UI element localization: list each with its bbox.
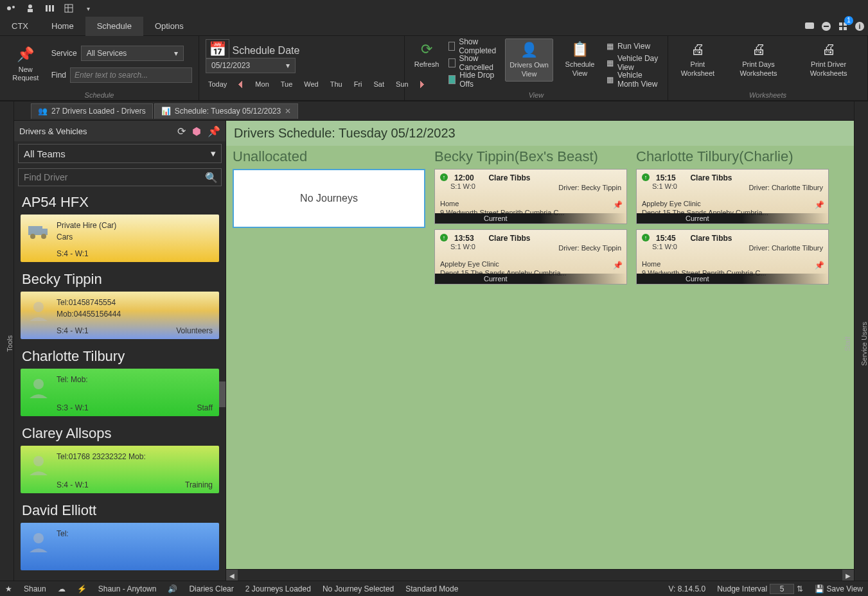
refresh-drivers-icon[interactable]: ⟳ [177,125,186,137]
svg-rect-7 [65,4,73,12]
find-input[interactable] [70,67,192,83]
vehicle-month-button[interactable]: ▦Vehicle Month View [607,72,661,87]
app-icon-3[interactable] [44,3,55,14]
app-icon-2[interactable] [24,3,36,14]
find-driver-input[interactable] [18,168,222,186]
schedule-title: Drivers Schedule: Tuesday 05/12/2023 [226,121,854,146]
scroll-right-icon[interactable]: ▶ [842,570,854,581]
chat-icon[interactable] [801,18,818,35]
journey-card[interactable]: ↑15:15 Clare TibbsS:1 W:0Driver: Charlot… [636,169,829,224]
print-worksheet-button[interactable]: 🖨 Print Worksheet [675,39,721,80]
star-icon[interactable]: ★ [5,584,12,593]
van-icon [27,222,50,245]
journey-status: Current [637,274,828,284]
pin-panel-icon[interactable]: 📌 [208,125,220,137]
today-button[interactable]: Today [206,79,229,89]
new-request-button[interactable]: 📌 New Request [6,44,45,85]
menu-options[interactable]: Options [143,17,195,36]
column-header: Becky Tippin(Bex's Beast) [434,146,627,169]
app-icon-1[interactable] [5,3,17,14]
drivers-own-view-button[interactable]: 👤 Drivers Own View [505,39,553,82]
vehicle-day-button[interactable]: ▦Vehicle Day View [607,55,661,71]
prev-day-icon[interactable]: ⏴ [236,78,246,90]
driver-card[interactable]: Tel: [21,523,219,570]
journey-card[interactable]: ↑13:53 Clare TibbsS:1 W:0Driver: Becky T… [434,229,627,285]
drivers-tab-icon: 👥 [38,107,48,116]
nudge-spinner[interactable]: ⇅ [797,584,803,593]
driver-header[interactable]: AP54 HFX [17,189,223,215]
up-arrow-icon: ↑ [642,173,650,181]
print-days-button[interactable]: 🖨 Print Days Worksheets [727,39,790,80]
bolt-icon: ⚡ [77,584,87,593]
driver-stats: S:4 - W:1 [57,249,213,258]
no-journeys[interactable]: No Journeys [233,169,425,228]
svg-rect-6 [52,5,54,12]
tab-drivers-loaded[interactable]: 👥27 Drivers Loaded - Drivers [31,103,153,119]
calendar-icon[interactable]: 📅 [206,39,229,59]
audio-icon[interactable]: 🔊 [168,584,177,593]
day-fri[interactable]: Fri [351,79,365,89]
schedule-icon: 📋 [571,41,589,58]
app-icon-4[interactable] [63,3,75,14]
map-pin-icon[interactable]: ⬢ [192,125,201,137]
drivers-panel: Drivers & Vehicles ⟳ ⬢ 📌 All Teams▾ 🔍 AP… [14,121,226,581]
show-completed-toggle[interactable]: Show Completed [448,39,499,54]
day-thu[interactable]: Thu [328,79,345,89]
svg-point-25 [33,456,44,466]
schedule-group-label: Schedule [6,90,192,99]
schedule-date-select[interactable]: 05/12/2023▾ [206,58,296,73]
minimize-icon[interactable] [818,18,835,35]
day-tue[interactable]: Tue [278,79,296,89]
pin-icon: 📌 [17,46,34,63]
schedule-view-button[interactable]: 📋 Schedule View [560,39,600,80]
day-wed[interactable]: Wed [301,79,321,89]
team-select[interactable]: All Teams▾ [18,144,222,163]
service-select[interactable]: All Services▾ [81,46,184,61]
service-users-tab[interactable]: Service Users [860,322,868,365]
service-label: Service [51,49,77,58]
driver-card[interactable]: Tel:01458745554Mob:04455156444S:4 - W:1V… [21,292,219,339]
menu-schedule[interactable]: Schedule [85,17,143,36]
driver-list[interactable]: AP54 HFXPrivate Hire (Car)CarsS:4 - W:1B… [14,189,226,581]
journey-loc1: Appleby Eye Clinic [440,259,606,268]
run-view-button[interactable]: ▦Run View [607,39,661,54]
hide-dropoffs-toggle[interactable]: Hide Drop Offs [448,72,499,87]
journey-card[interactable]: ↑12:00 Clare TibbsS:1 W:0Driver: Becky T… [434,169,627,224]
driver-header[interactable]: Charlotte Tilbury [17,343,223,369]
scroll-left-icon[interactable]: ◀ [226,570,238,581]
pin-journey-icon[interactable]: 📌 [613,200,623,209]
h-scrollbar[interactable]: ◀ ▶ [226,569,854,581]
save-view-button[interactable]: 💾 Save View [815,584,863,593]
svg-point-24 [33,379,44,389]
menu-home[interactable]: Home [40,17,85,36]
close-tab-icon[interactable]: ✕ [285,107,291,116]
menu-ctx[interactable]: CTX [0,17,40,36]
pin-journey-icon[interactable]: 📌 [815,261,824,270]
driver-info: Tel: Mob: [57,374,213,385]
driver-header[interactable]: Becky Tippin [17,266,223,292]
nudge-value[interactable]: 5 [770,584,794,594]
journey-loc1: Home [642,259,808,268]
day-sat[interactable]: Sat [371,79,387,89]
refresh-button[interactable]: ⟳ Refresh [411,39,442,72]
show-cancelled-toggle[interactable]: Show Cancelled [448,55,499,71]
svg-text:i: i [858,22,860,30]
driver-card[interactable]: Tel: Mob:S:3 - W:1Staff [21,369,219,416]
day-mon[interactable]: Mon [252,79,271,89]
info-icon[interactable]: i [851,18,868,35]
staff-tab[interactable]: Staff [844,337,851,351]
tab-schedule[interactable]: 📊Schedule: Tuesday 05/12/2023✕ [154,103,298,119]
driver-card[interactable]: Private Hire (Car)CarsS:4 - W:1 [21,215,219,262]
pin-journey-icon[interactable]: 📌 [613,261,623,270]
journey-card[interactable]: ↑15:45 Clare TibbsS:1 W:0Driver: Charlot… [636,229,829,285]
driver-header[interactable]: Clarey Allsops [17,420,223,446]
tools-tab[interactable]: Tools [6,335,13,352]
search-icon[interactable]: 🔍 [205,171,218,184]
apps-icon[interactable]: 1 [835,18,851,35]
driver-card[interactable]: Tel:01768 23232322 Mob:S:4 - W:1Training [21,446,219,493]
driver-header[interactable]: David Elliott [17,497,223,523]
pin-journey-icon[interactable]: 📌 [815,200,824,209]
print-driver-button[interactable]: 🖨 Print Driver Worksheets [796,39,861,80]
dropdown-icon[interactable]: ▾ [82,3,94,14]
svg-point-23 [33,302,44,312]
